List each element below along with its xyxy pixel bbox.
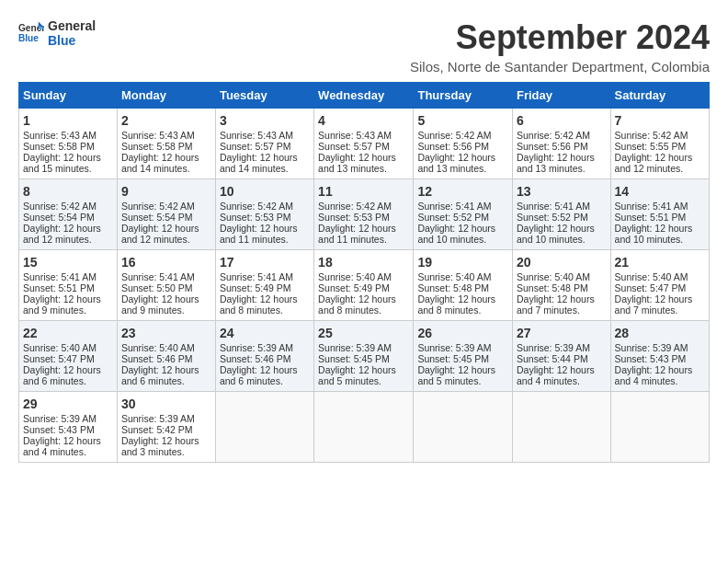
day-info-line: Sunset: 5:53 PM [318, 212, 409, 223]
day-number: 26 [417, 326, 508, 340]
day-info-line: Sunset: 5:55 PM [615, 141, 705, 152]
day-info-line: and 14 minutes. [220, 163, 310, 174]
day-number: 3 [220, 113, 310, 128]
day-info-line: and 7 minutes. [615, 304, 705, 316]
day-number: 19 [417, 255, 508, 270]
day-info-line: and 15 minutes. [23, 163, 113, 174]
day-number: 29 [23, 396, 113, 411]
table-row [215, 392, 313, 463]
table-row: 4Sunrise: 5:43 AMSunset: 5:57 PMDaylight… [314, 109, 414, 179]
calendar-week-row: 29Sunrise: 5:39 AMSunset: 5:43 PMDayligh… [19, 392, 710, 463]
day-info-line: Sunset: 5:50 PM [121, 282, 211, 293]
table-row: 14Sunrise: 5:41 AMSunset: 5:51 PMDayligh… [610, 179, 709, 250]
table-row [610, 392, 709, 463]
month-title: September 2024 [410, 18, 710, 57]
day-number: 7 [615, 113, 705, 128]
day-info-line: Sunrise: 5:39 AM [121, 413, 211, 424]
day-info-line: Daylight: 12 hours [615, 223, 705, 234]
day-info-line: Sunset: 5:47 PM [615, 282, 705, 293]
day-number: 18 [318, 255, 409, 270]
day-info-line: Sunrise: 5:43 AM [23, 130, 113, 141]
day-info-line: and 12 minutes. [23, 234, 113, 245]
day-info-line: Daylight: 12 hours [417, 293, 508, 304]
table-row: 30Sunrise: 5:39 AMSunset: 5:42 PMDayligh… [117, 392, 215, 463]
col-monday: Monday [117, 83, 215, 109]
day-info-line: and 4 minutes. [615, 375, 705, 386]
calendar-header-row: Sunday Monday Tuesday Wednesday Thursday… [19, 83, 710, 109]
day-info-line: Sunset: 5:57 PM [220, 141, 310, 152]
table-row: 25Sunrise: 5:39 AMSunset: 5:45 PMDayligh… [314, 321, 414, 392]
day-info-line: Sunrise: 5:39 AM [517, 342, 607, 353]
table-row: 23Sunrise: 5:40 AMSunset: 5:46 PMDayligh… [117, 321, 215, 392]
day-number: 4 [318, 113, 409, 128]
day-info-line: Sunset: 5:45 PM [318, 353, 409, 364]
day-info-line: Sunset: 5:51 PM [615, 212, 705, 223]
day-info-line: Sunrise: 5:40 AM [417, 271, 508, 282]
calendar-week-row: 22Sunrise: 5:40 AMSunset: 5:47 PMDayligh… [19, 321, 710, 392]
day-info-line: and 11 minutes. [318, 234, 409, 245]
day-number: 14 [615, 184, 705, 199]
day-info-line: Sunset: 5:46 PM [121, 353, 211, 364]
day-info-line: Daylight: 12 hours [615, 293, 705, 304]
day-info-line: and 6 minutes. [121, 375, 211, 386]
table-row: 8Sunrise: 5:42 AMSunset: 5:54 PMDaylight… [19, 179, 118, 250]
day-info-line: Sunrise: 5:39 AM [220, 342, 310, 353]
day-info-line: Daylight: 12 hours [220, 152, 310, 163]
day-number: 12 [417, 184, 508, 199]
day-info-line: and 11 minutes. [220, 234, 310, 245]
day-info-line: and 3 minutes. [121, 446, 211, 457]
day-info-line: Sunrise: 5:41 AM [517, 201, 607, 212]
table-row: 17Sunrise: 5:41 AMSunset: 5:49 PMDayligh… [215, 250, 313, 321]
day-info-line: Daylight: 12 hours [121, 435, 211, 446]
col-friday: Friday [513, 83, 611, 109]
day-info-line: Sunrise: 5:42 AM [318, 201, 409, 212]
day-info-line: and 5 minutes. [417, 375, 508, 386]
day-info-line: and 8 minutes. [417, 304, 508, 316]
col-thursday: Thursday [414, 83, 513, 109]
day-info-line: Sunset: 5:43 PM [23, 424, 113, 435]
day-info-line: Sunrise: 5:41 AM [23, 271, 113, 282]
day-number: 13 [517, 184, 607, 199]
day-number: 2 [121, 113, 211, 128]
day-info-line: Sunset: 5:44 PM [517, 353, 607, 364]
col-sunday: Sunday [19, 83, 118, 109]
day-info-line: Sunset: 5:45 PM [417, 353, 508, 364]
day-info-line: Sunset: 5:54 PM [23, 212, 113, 223]
day-info-line: Daylight: 12 hours [121, 293, 211, 304]
day-info-line: Daylight: 12 hours [23, 152, 113, 163]
day-info-line: Sunrise: 5:42 AM [417, 130, 508, 141]
table-row: 18Sunrise: 5:40 AMSunset: 5:49 PMDayligh… [314, 250, 414, 321]
day-info-line: Daylight: 12 hours [318, 152, 409, 163]
day-info-line: Daylight: 12 hours [121, 152, 211, 163]
location-title: Silos, Norte de Santander Department, Co… [410, 59, 710, 75]
day-info-line: Daylight: 12 hours [23, 223, 113, 234]
calendar-week-row: 15Sunrise: 5:41 AMSunset: 5:51 PMDayligh… [19, 250, 710, 321]
day-info-line: Daylight: 12 hours [220, 223, 310, 234]
day-info-line: Sunrise: 5:41 AM [417, 201, 508, 212]
day-info-line: Sunset: 5:49 PM [318, 282, 409, 293]
day-number: 30 [121, 396, 211, 411]
day-info-line: Sunrise: 5:42 AM [23, 201, 113, 212]
day-info-line: and 12 minutes. [615, 163, 705, 174]
table-row: 19Sunrise: 5:40 AMSunset: 5:48 PMDayligh… [414, 250, 513, 321]
day-info-line: Daylight: 12 hours [121, 364, 211, 375]
table-row: 29Sunrise: 5:39 AMSunset: 5:43 PMDayligh… [19, 392, 118, 463]
day-info-line: Daylight: 12 hours [121, 223, 211, 234]
day-info-line: Daylight: 12 hours [417, 223, 508, 234]
table-row: 6Sunrise: 5:42 AMSunset: 5:56 PMDaylight… [513, 109, 611, 179]
day-info-line: Sunset: 5:43 PM [615, 353, 705, 364]
day-info-line: Sunset: 5:42 PM [121, 424, 211, 435]
day-info-line: Daylight: 12 hours [23, 435, 113, 446]
day-number: 15 [23, 255, 113, 270]
day-info-line: and 7 minutes. [517, 304, 607, 316]
day-info-line: Sunrise: 5:43 AM [318, 130, 409, 141]
day-info-line: Daylight: 12 hours [220, 293, 310, 304]
svg-text:Blue: Blue [18, 33, 39, 43]
calendar-table: Sunday Monday Tuesday Wednesday Thursday… [18, 82, 710, 463]
day-info-line: Daylight: 12 hours [220, 364, 310, 375]
day-info-line: Sunset: 5:49 PM [220, 282, 310, 293]
page-header: General Blue General Blue September 2024… [18, 18, 710, 75]
day-info-line: and 4 minutes. [23, 446, 113, 457]
table-row: 15Sunrise: 5:41 AMSunset: 5:51 PMDayligh… [19, 250, 118, 321]
day-number: 9 [121, 184, 211, 199]
